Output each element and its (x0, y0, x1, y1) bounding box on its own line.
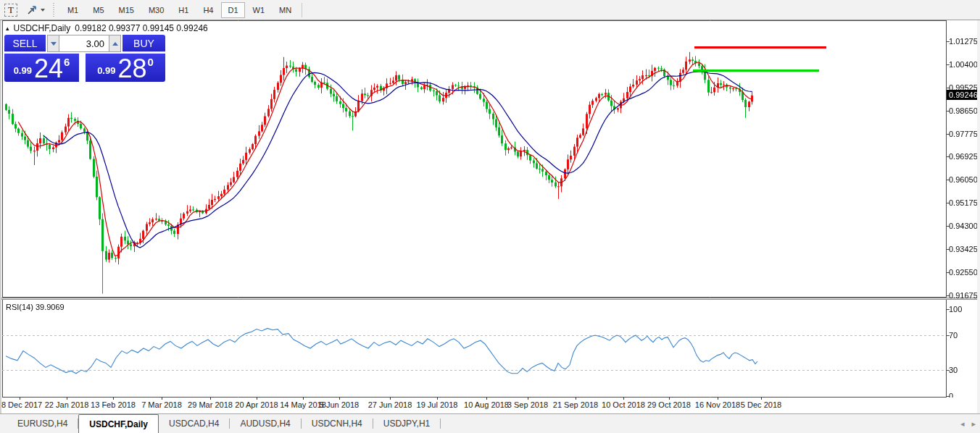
rsi-axis-label: 100 (949, 305, 979, 314)
date-axis-label: 27 Jun 2018 (368, 400, 412, 409)
toolbar: T M1M5M15M30H1H4D1W1MN (0, 0, 980, 20)
date-tick (162, 398, 162, 400)
timeframe-button-M1[interactable]: M1 (61, 2, 85, 18)
symbol-label: USDCHF,Daily (14, 23, 71, 33)
chart-area: ▴ USDCHF,Daily 0.99182 0.99377 0.99145 0… (0, 20, 980, 413)
triangle-down-icon (51, 42, 57, 46)
price-axis-label: 0.93425 (949, 245, 979, 253)
price-axis-label: 0.98650 (949, 106, 979, 115)
date-axis-label: 19 Jul 2018 (417, 400, 458, 409)
date-tick (339, 398, 340, 400)
date-tick (390, 398, 391, 400)
chart-tab-USDCHF-Daily[interactable]: USDCHF,Daily (78, 414, 159, 433)
price-axis-label: 0.92550 (949, 268, 979, 277)
arrows-tool-button[interactable] (22, 1, 49, 19)
price-axis-label: 0.96050 (949, 175, 979, 184)
sell-button[interactable]: SELL (4, 35, 46, 52)
text-tool-icon: T (4, 4, 17, 17)
date-tick (67, 398, 67, 400)
tab-scroll-controls: ◂ ▸ (960, 414, 976, 433)
date-axis-label: 13 Feb 2018 (91, 400, 136, 409)
dropdown-caret-icon (41, 9, 45, 12)
sell-price-big: 24 (34, 58, 63, 80)
date-axis-label: 10 Aug 2018 (464, 400, 509, 409)
chart-tab-AUDUSD-H4[interactable]: AUDUSD,H4 (230, 414, 300, 433)
sell-price-display[interactable]: 0.99246 (4, 54, 79, 82)
price-axis-label: 0.97775 (949, 130, 979, 138)
toolbar-separator (302, 3, 302, 17)
timeframe-button-W1[interactable]: W1 (246, 2, 272, 18)
date-axis-label: 28 Dec 2017 (0, 400, 42, 409)
price-axis-label: 0.95175 (949, 198, 979, 207)
tabs-container: EURUSD,H4USDCHF,DailyUSDCAD,H4AUDUSD,H4U… (7, 414, 441, 433)
price-axis-label: 1.01275 (949, 37, 979, 46)
date-tick (528, 398, 528, 400)
date-axis-label: 5 Dec 2018 (741, 400, 781, 409)
timeframe-button-H1[interactable]: H1 (172, 2, 195, 18)
timeframe-button-M30[interactable]: M30 (142, 2, 170, 18)
volume-control: 3.00 (47, 35, 121, 52)
rsi-axis-label: 70 (949, 331, 979, 340)
ohlc-quotes: 0.99182 0.99377 0.99145 0.99246 (75, 23, 208, 33)
date-tick (303, 398, 304, 400)
date-tick (257, 398, 257, 400)
date-tick (576, 398, 576, 400)
timeframe-button-M5[interactable]: M5 (86, 2, 110, 18)
chart-tab-USDJPY-H1[interactable]: USDJPY,H1 (373, 414, 440, 433)
tab-separator (440, 419, 441, 429)
price-axis-label: 1.00400 (949, 60, 979, 69)
buy-price-pip: 0 (148, 56, 154, 68)
tabs-scroll-right-arrow-icon[interactable]: ▸ (971, 419, 976, 429)
chart-tab-EURUSD-H4[interactable]: EURUSD,H4 (7, 414, 78, 433)
date-tick (113, 398, 114, 400)
date-tick (623, 398, 624, 400)
date-axis-label: 21 Sep 2018 (553, 400, 598, 409)
date-tick (437, 398, 438, 400)
current-price-badge: 0.99246 (947, 90, 980, 100)
date-axis-label: 5 Jun 2018 (320, 400, 359, 409)
price-axis-label: 0.96925 (949, 152, 979, 161)
date-axis-label: 20 Apr 2018 (235, 400, 278, 409)
date-tick (718, 398, 718, 400)
rsi-chart-canvas[interactable] (0, 300, 980, 398)
volume-input[interactable]: 3.00 (59, 35, 109, 52)
timeframe-button-D1[interactable]: D1 (221, 2, 244, 18)
chart-title: ▴ USDCHF,Daily 0.99182 0.99377 0.99145 0… (6, 23, 208, 33)
buy-price-big: 28 (117, 58, 146, 80)
sell-price-pip: 6 (64, 56, 70, 68)
buy-price-display[interactable]: 0.99280 (86, 54, 165, 82)
buy-price-base: 0.99 (97, 65, 115, 76)
rsi-indicator-label: RSI(14) 39.9069 (6, 303, 65, 311)
collapse-marker-icon[interactable]: ▴ (6, 25, 9, 32)
chart-tab-USDCNH-H4[interactable]: USDCNH,H4 (302, 414, 373, 433)
date-axis: 28 Dec 201722 Jan 201813 Feb 20187 Mar 2… (0, 398, 980, 413)
date-tick (669, 398, 670, 400)
date-axis-label: 16 Nov 2018 (695, 400, 740, 409)
date-tick (486, 398, 487, 400)
sell-price-base: 0.99 (14, 65, 32, 76)
tabs-scroll-left-arrow-icon[interactable]: ◂ (960, 419, 965, 429)
date-axis-label: 3 Sep 2018 (507, 400, 548, 409)
chart-tab-USDCAD-H4[interactable]: USDCAD,H4 (159, 414, 229, 433)
buy-button[interactable]: BUY (122, 35, 165, 52)
date-axis-label: 7 Mar 2018 (141, 400, 182, 409)
one-click-trade-panel: SELL 3.00 BUY 0.99246 0.99280 (4, 35, 165, 82)
date-axis-label: 29 Mar 2018 (188, 400, 233, 409)
timeframe-button-MN[interactable]: MN (273, 2, 298, 18)
window-left-edge (0, 20, 1, 413)
text-tool-button[interactable]: T (1, 1, 21, 19)
timeframe-button-M15[interactable]: M15 (112, 2, 141, 18)
date-axis-label: 22 Jan 2018 (45, 400, 89, 409)
arrows-tool-icon (26, 4, 38, 16)
date-axis-label: 29 Oct 2018 (647, 400, 691, 409)
date-tick (761, 398, 762, 400)
timeframe-button-H4[interactable]: H4 (196, 2, 220, 18)
timeframe-group: M1M5M15M30H1H4D1W1MN (60, 2, 299, 18)
price-axis-label: 0.91675 (949, 291, 979, 300)
date-axis-label: 10 Oct 2018 (602, 400, 645, 409)
volume-increase-button[interactable] (109, 35, 121, 52)
toolbar-grip[interactable] (52, 3, 56, 17)
date-tick (210, 398, 211, 400)
volume-decrease-button[interactable] (47, 35, 59, 52)
rsi-axis-label: 30 (949, 366, 979, 374)
